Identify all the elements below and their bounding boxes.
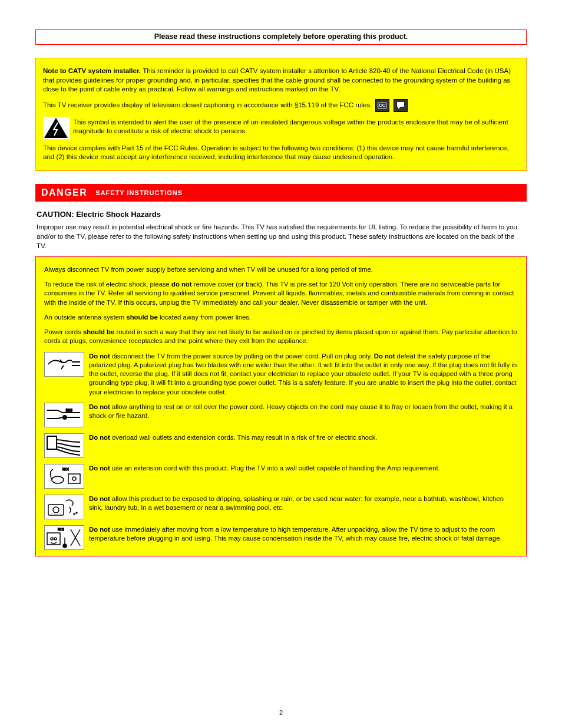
safety-row6b: use immediately after moving from a low … xyxy=(89,526,502,542)
safety-row1b: disconnect the TV from the power source … xyxy=(110,353,372,360)
danger-subtitle: SAFETY INSTRUCTIONS xyxy=(95,189,183,196)
cord-fray-icon: NO! xyxy=(44,403,84,427)
svg-point-1 xyxy=(63,416,67,419)
safety-row-outlet-text: Do not overload wall outlets and extensi… xyxy=(89,433,518,442)
safety-row5b: allow this product to be exposed to drip… xyxy=(89,495,504,511)
page-number: 2 xyxy=(279,709,283,716)
safety-row-temperature: NO! Do not use immediately after moving … xyxy=(44,525,518,550)
extension-cord-icon: NO! xyxy=(44,464,84,489)
safety-p4c: routed in such a way that they are not l… xyxy=(44,328,517,344)
closed-caption-icon xyxy=(375,99,389,112)
safety-row-water: Do not allow this product to be exposed … xyxy=(44,495,518,519)
safety-box: Always disconnect TV from power supply b… xyxy=(35,256,527,556)
danger-title: DANGER xyxy=(41,187,87,197)
svg-text:NO!: NO! xyxy=(58,528,64,531)
svg-rect-12 xyxy=(47,533,60,545)
svg-point-6 xyxy=(72,477,76,480)
safety-row4b: use an extension cord with this product.… xyxy=(110,465,440,472)
safety-p4: Power cords should be routed in such a w… xyxy=(44,328,518,346)
caution-heading: CAUTION: Electric Shock Hazards xyxy=(37,210,525,219)
water-hazard-icon xyxy=(44,495,84,519)
safety-p3c: located away from power lines. xyxy=(158,314,251,321)
plug-icon xyxy=(44,352,84,377)
safety-p4a: Power cords xyxy=(44,328,83,335)
svg-point-11 xyxy=(76,512,77,513)
overload-outlet-icon xyxy=(44,433,84,458)
safety-row6a: Do not xyxy=(89,526,110,533)
safety-p3a: An outside antenna system xyxy=(44,314,126,321)
temperature-icon: NO! xyxy=(44,525,84,550)
safety-row3b: overload wall outlets and extension cord… xyxy=(110,434,378,441)
svg-rect-3 xyxy=(47,436,57,449)
caution-paragraph: Improper use may result in potential ele… xyxy=(37,222,525,251)
safety-row3a: Do not xyxy=(89,434,110,441)
safety-row-plug: Do not disconnect the TV from the power … xyxy=(44,352,518,397)
safety-row2a: Do not xyxy=(89,403,110,410)
svg-point-15 xyxy=(63,544,67,548)
shock-alert-icon xyxy=(43,117,70,139)
safety-p3: An outside antenna system should be loca… xyxy=(44,313,518,322)
read-instructions-text: Please read these instructions completel… xyxy=(154,32,408,41)
safety-row1a: Do not xyxy=(89,353,110,360)
svg-point-4 xyxy=(52,476,64,483)
notice-box: Note to CATV system installer. This remi… xyxy=(35,58,527,171)
svg-rect-8 xyxy=(48,505,64,515)
safety-row-extension: NO! Do not use an extension cord with th… xyxy=(44,464,518,489)
svg-text:NO!: NO! xyxy=(66,409,72,412)
svg-point-9 xyxy=(53,507,59,513)
danger-title-bar: DANGER SAFETY INSTRUCTIONS xyxy=(35,184,527,202)
svg-text:NO!: NO! xyxy=(62,467,69,471)
speech-bubble-icon xyxy=(394,99,408,112)
safety-row5a: Do not xyxy=(89,495,110,502)
catv-note: Note to CATV system installer. This remi… xyxy=(43,67,519,94)
safety-row-outlet: Do not overload wall outlets and extensi… xyxy=(44,433,518,458)
safety-p2a: To reduce the risk of electric shock, pl… xyxy=(44,281,171,288)
safety-p3b: should be xyxy=(126,314,157,321)
safety-row1a2: Do not xyxy=(374,353,395,360)
safety-row-water-text: Do not allow this product to be exposed … xyxy=(89,495,518,513)
cc-note: This TV receiver provides display of tel… xyxy=(43,99,519,112)
safety-row-cord: NO! Do not allow anything to rest on or … xyxy=(44,403,518,427)
svg-point-13 xyxy=(51,538,53,540)
fcc-note: This device complies with Part 15 of the… xyxy=(43,144,519,162)
safety-row2b: allow anything to rest on or roll over t… xyxy=(89,403,513,419)
safety-p2: To reduce the risk of electric shock, pl… xyxy=(44,280,518,307)
read-instructions-box: Please read these instructions completel… xyxy=(35,29,527,45)
safety-row4a: Do not xyxy=(89,465,110,472)
safety-row-temperature-text: Do not use immediately after moving from… xyxy=(89,525,518,543)
safety-row-plug-text: Do not disconnect the TV from the power … xyxy=(89,352,518,397)
page-root: Please read these instructions completel… xyxy=(0,0,562,728)
svg-point-14 xyxy=(54,538,57,540)
safety-row-extension-text: Do not use an extension cord with this p… xyxy=(89,464,518,473)
safety-p2b: do not xyxy=(171,281,192,288)
svg-marker-0 xyxy=(44,118,68,138)
shock-alert-row: This symbol is intended to alert the use… xyxy=(43,117,519,139)
safety-p4b: should be xyxy=(83,328,114,335)
svg-point-10 xyxy=(74,513,75,515)
shock-alert-text: This symbol is intended to alert the use… xyxy=(73,117,519,136)
catv-note-lead: Note to CATV system installer. xyxy=(43,67,143,74)
cc-note-text: This TV receiver provides display of tel… xyxy=(43,101,372,108)
safety-row-cord-text: Do not allow anything to rest on or roll… xyxy=(89,403,518,421)
svg-rect-5 xyxy=(68,474,80,483)
safety-p1: Always disconnect TV from power supply b… xyxy=(44,265,518,274)
